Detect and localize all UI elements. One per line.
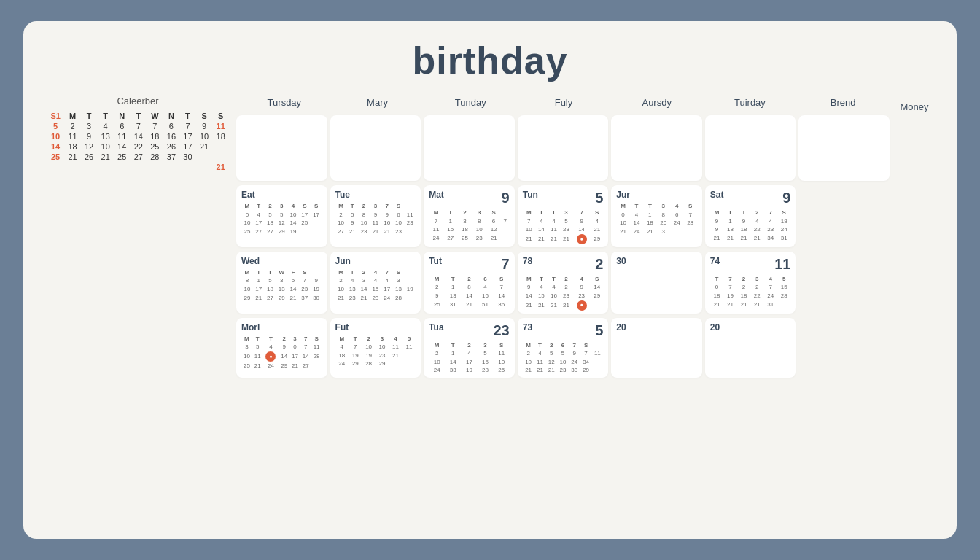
sidebar-title: Caleerber xyxy=(47,96,229,106)
cal-cell-morl: Morl MTT237S 35490711 1011●14171428 2521… xyxy=(236,318,327,378)
col-header-tursday: Tursday xyxy=(238,96,331,112)
cal-row-0 xyxy=(236,115,890,181)
col-header-tuirday: Tuirday xyxy=(704,96,797,112)
cal-row-1: Eat MT234SS 0455101717 101718121425 2527… xyxy=(236,185,890,247)
cal-cell-empty-r3c7 xyxy=(798,318,890,378)
cal-cell-empty xyxy=(611,115,702,181)
cal-cell-empty xyxy=(705,115,796,181)
cal-cell-fut: Fut MT2345 4710101111 1819192321 2429282… xyxy=(330,318,421,378)
sidebar: Caleerber S1 MTTNTWNTSS 5 23467767911 xyxy=(47,96,236,378)
cal-cell-jun: Jun MT247S 243443 10131415171319 2123212… xyxy=(330,252,421,314)
cal-cell-30: 30 xyxy=(611,252,702,314)
cal-cell-eat: Eat MT234SS 0455101717 101718121425 2527… xyxy=(236,185,327,247)
cal-cell-empty xyxy=(330,115,421,181)
money-label-area: Money xyxy=(890,96,933,378)
cal-cell-empty xyxy=(518,115,609,181)
cal-cell-78: 78 2 MTT24S 9442914 141516232329 2121212… xyxy=(518,252,609,314)
cal-cell-tut: Tut 7 MT26S 21847 913141614 2531215136 xyxy=(424,252,515,314)
cal-cell-sat: Sat 9 MTT27S 9194418 91818222324 2121212… xyxy=(705,185,796,247)
cal-cell-73: 73 5 MT267S 24559711 101112102434 212121… xyxy=(518,318,609,378)
cal-cell-tun: Tun 5 MTT37S 744594 101411231421 2121212… xyxy=(518,185,609,247)
main-card: birthday Caleerber S1 MTTNTWNTSS 5 xyxy=(23,21,957,539)
col-header-fuly: Fuly xyxy=(517,96,610,112)
cal-cell-mat: Mat 9 MT23S 713867 1115181012 2427252321 xyxy=(424,185,515,247)
mini-calendar: S1 MTTNTWNTSS 5 23467767911 10 119131114… xyxy=(47,111,229,172)
col-header-mary: Mary xyxy=(331,96,424,112)
cal-cell-empty-r2c7 xyxy=(798,252,890,314)
cal-cell-tue: Tue MT237S 25899611 1091011161023 272123… xyxy=(330,185,421,247)
cal-cell-20-2: 20 xyxy=(705,318,796,378)
cal-row-3: Morl MTT237S 35490711 1011●14171428 2521… xyxy=(236,318,890,378)
col-header-aursdy: Aursdy xyxy=(610,96,704,112)
calendar-rows: Eat MT234SS 0455101717 101718121425 2527… xyxy=(236,115,890,378)
cal-cell-empty-r1c7 xyxy=(798,185,890,247)
page-title: birthday xyxy=(47,39,933,82)
cal-cell-20-1: 20 xyxy=(611,318,702,378)
cal-cell-jur: Jur MTT34S 041867 101418202428 2124213 xyxy=(611,185,702,247)
col-header-brend: Brend xyxy=(796,96,890,112)
content-area: Caleerber S1 MTTNTWNTSS 5 23467767911 xyxy=(47,96,933,378)
col-headers: Tursday Mary Tunday Fuly Aursdy Tuirday … xyxy=(236,96,890,112)
cal-cell-tua: Tua 23 MT23S 214511 1014171610 243319282… xyxy=(424,318,515,378)
cal-cell-empty xyxy=(236,115,327,181)
cal-cell-empty xyxy=(424,115,515,181)
cal-cell-wed: Wed MTTWFS 8153579 10171813142319 292127… xyxy=(236,252,327,314)
col-header-tunday: Tunday xyxy=(424,96,517,112)
main-grid: Tursday Mary Tunday Fuly Aursdy Tuirday … xyxy=(236,96,890,378)
cal-cell-74: 74 11 T72345 0722715 181918222428 212121… xyxy=(705,252,796,314)
cal-row-2: Wed MTTWFS 8153579 10171813142319 292127… xyxy=(236,252,890,314)
money-label: Money xyxy=(895,101,933,112)
cal-cell-empty xyxy=(798,115,890,181)
